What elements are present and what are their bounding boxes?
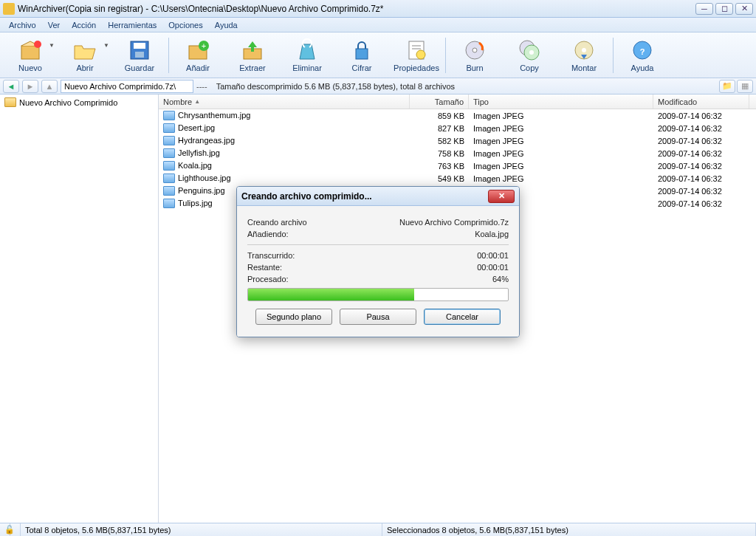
propiedades-label: Propiedades: [394, 63, 439, 72]
view-grid-button[interactable]: ▦: [737, 80, 753, 93]
eliminar-icon: [295, 38, 319, 62]
extraer-button[interactable]: Extraer: [225, 35, 280, 76]
cifrar-label: Cifrar: [352, 63, 372, 72]
file-row[interactable]: Hydrangeas.jpg582 KBImagen JPEG2009-07-1…: [159, 134, 756, 147]
ayuda-icon: ?: [630, 38, 654, 62]
dialog-close-button[interactable]: ✕: [488, 190, 515, 203]
col-name[interactable]: Nombre ▲: [159, 95, 410, 109]
dialog-body: Creando archivoNuevo Archivo Comprimido.…: [237, 206, 519, 337]
file-row[interactable]: Koala.jpg763 KBImagen JPEG2009-07-14 06:…: [159, 159, 756, 172]
elapsed-value: 00:00:01: [477, 251, 509, 260]
file-row[interactable]: Jellyfish.jpg758 KBImagen JPEG2009-07-14…: [159, 147, 756, 159]
anadir-button[interactable]: +Añadir: [171, 35, 225, 76]
dialog-separator: [247, 244, 509, 245]
nav-up-button[interactable]: ▲: [41, 80, 58, 93]
col-type[interactable]: Tipo: [469, 95, 653, 109]
dialog-title-bar[interactable]: Creando archivo comprimido... ✕: [237, 187, 519, 206]
burn-button[interactable]: Burn: [447, 35, 502, 76]
extraer-label: Extraer: [239, 63, 265, 72]
file-mod-cell: 2009-07-14 06:32: [653, 111, 749, 120]
status-bar: 🔓 Total 8 objetos, 5.6 MB(5,837,151 byte…: [0, 523, 756, 536]
progress-dialog: Creando archivo comprimido... ✕ Creando …: [236, 186, 520, 337]
file-type-cell: Imagen JPEG: [469, 149, 653, 158]
image-file-icon: [163, 123, 175, 133]
col-mod[interactable]: Modificado: [653, 95, 749, 109]
ayuda-label: Ayuda: [631, 63, 654, 72]
minimize-button[interactable]: ─: [695, 3, 713, 15]
file-mod-cell: 2009-07-14 06:32: [653, 149, 749, 158]
ayuda-button[interactable]: ?Ayuda: [615, 35, 670, 76]
menu-acción[interactable]: Acción: [66, 19, 102, 31]
app-icon: [3, 3, 15, 15]
pause-button[interactable]: Pausa: [340, 309, 416, 325]
svg-rect-9: [356, 49, 368, 59]
remaining-value: 00:00:01: [477, 263, 509, 272]
file-mod-cell: 2009-07-14 06:32: [653, 137, 749, 145]
copy-button[interactable]: Copy: [502, 35, 557, 76]
montar-icon: [572, 38, 596, 62]
eliminar-button[interactable]: Eliminar: [280, 35, 334, 76]
close-button[interactable]: ✕: [735, 3, 753, 15]
propiedades-button[interactable]: Propiedades: [389, 35, 444, 76]
image-file-icon: [163, 111, 175, 120]
nav-back-button[interactable]: ◄: [3, 80, 19, 93]
file-type-cell: Imagen JPEG: [469, 162, 653, 171]
folder-icon: [4, 97, 16, 107]
file-name-cell: Jellyfish.jpg: [159, 148, 410, 159]
file-size-cell: 763 KB: [410, 162, 469, 171]
burn-label: Burn: [466, 63, 483, 72]
file-size-cell: 582 KB: [410, 137, 469, 145]
background-button[interactable]: Segundo plano: [255, 309, 332, 325]
file-row[interactable]: Chrysanthemum.jpg859 KBImagen JPEG2009-0…: [159, 109, 756, 122]
abrir-button[interactable]: Abrir▼: [58, 35, 112, 76]
image-file-icon: [163, 136, 175, 145]
folder-tree[interactable]: Nuevo Archivo Comprimido: [0, 95, 159, 523]
view-folder-button[interactable]: 📁: [719, 80, 735, 93]
path-input[interactable]: Nuevo Archivo Comprimido.7z\: [61, 80, 193, 93]
nuevo-dropdown-icon[interactable]: ▼: [49, 42, 55, 49]
path-bar: ◄ ► ▲ Nuevo Archivo Comprimido.7z\ ---- …: [0, 78, 756, 95]
maximize-button[interactable]: ◻: [715, 3, 733, 15]
copy-icon: [518, 38, 541, 62]
nav-forward-button[interactable]: ►: [22, 80, 38, 93]
menu-herramientas[interactable]: Herramientas: [102, 19, 162, 31]
file-row[interactable]: Desert.jpg827 KBImagen JPEG2009-07-14 06…: [159, 122, 756, 134]
montar-button[interactable]: Montar: [557, 35, 611, 76]
file-mod-cell: 2009-07-14 06:32: [653, 199, 749, 208]
file-type-cell: Imagen JPEG: [469, 174, 653, 183]
creating-value: Nuevo Archivo Comprimido.7z: [399, 218, 509, 227]
nuevo-label: Nuevo: [18, 63, 42, 72]
abrir-label: Abrir: [76, 63, 93, 72]
file-mod-cell: 2009-07-14 06:32: [653, 162, 749, 171]
cifrar-button[interactable]: Cifrar: [334, 35, 389, 76]
cancel-button[interactable]: Cancelar: [424, 309, 501, 325]
copy-label: Copy: [520, 63, 539, 72]
menu-ver[interactable]: Ver: [42, 19, 66, 31]
svg-point-1: [34, 41, 41, 48]
tree-root-label: Nuevo Archivo Comprimido: [19, 98, 117, 107]
col-size[interactable]: Tamaño: [410, 95, 469, 109]
sort-asc-icon: ▲: [194, 98, 200, 105]
svg-text:?: ?: [640, 47, 645, 56]
svg-point-18: [529, 50, 534, 55]
nuevo-button[interactable]: Nuevo▼: [3, 35, 58, 76]
toolbar: Nuevo▼Abrir▼Guardar+AñadirExtraerElimina…: [0, 32, 756, 78]
abrir-dropdown-icon[interactable]: ▼: [103, 42, 109, 49]
window-title: WinArchiver(Copia sin registrar) - C:\Us…: [18, 4, 693, 14]
status-icon: [10, 523, 21, 536]
file-row[interactable]: Lighthouse.jpg549 KBImagen JPEG2009-07-1…: [159, 172, 756, 185]
anadir-label: Añadir: [186, 63, 210, 72]
file-size-cell: 758 KB: [410, 149, 469, 158]
eliminar-label: Eliminar: [292, 63, 322, 72]
image-file-icon: [163, 173, 175, 183]
menu-opciones[interactable]: Opciones: [162, 19, 208, 31]
menu-bar: ArchivoVerAcciónHerramientasOpcionesAyud…: [0, 18, 756, 32]
tree-root-item[interactable]: Nuevo Archivo Comprimido: [1, 96, 157, 109]
svg-point-13: [416, 50, 425, 59]
file-mod-cell: 2009-07-14 06:32: [653, 187, 749, 196]
menu-ayuda[interactable]: Ayuda: [209, 19, 244, 31]
menu-archivo[interactable]: Archivo: [3, 19, 42, 31]
extraer-icon: [241, 38, 264, 62]
svg-text:+: +: [202, 41, 206, 50]
guardar-button[interactable]: Guardar: [112, 35, 167, 76]
